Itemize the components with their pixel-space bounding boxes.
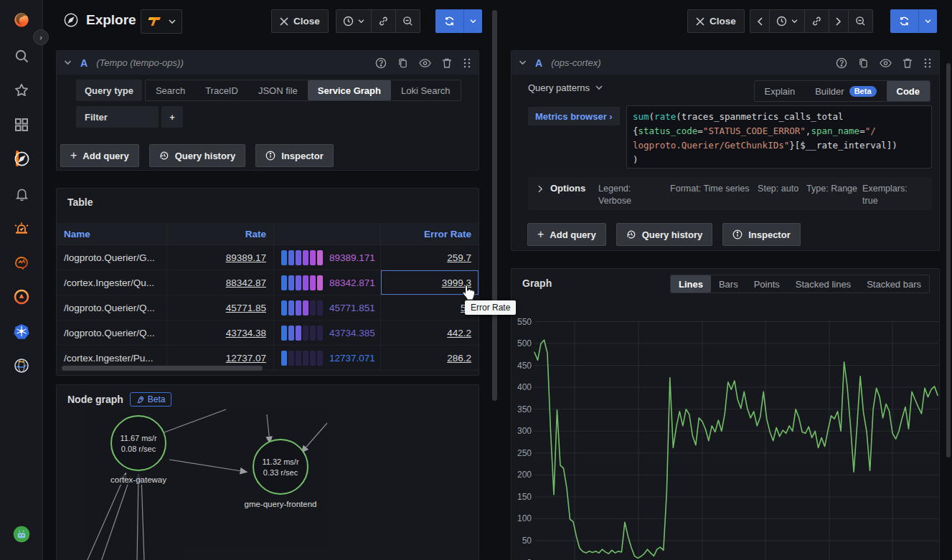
style-points[interactable]: Points — [746, 275, 788, 293]
refresh-button[interactable] — [890, 9, 918, 33]
time-picker-button[interactable] — [336, 10, 371, 32]
node-gme-query-frontend[interactable]: 11.32 ms/r 0.33 r/sec — [253, 439, 308, 495]
zoom-out-button[interactable] — [395, 10, 420, 32]
link-split-button[interactable] — [371, 10, 395, 32]
grafana-logo[interactable] — [12, 10, 31, 29]
shift-time-forward-button[interactable] — [829, 10, 848, 32]
svg-text:350: 350 — [517, 404, 532, 414]
query-ref-id[interactable]: A — [80, 57, 88, 69]
refresh-interval-dropdown[interactable] — [463, 9, 482, 33]
error-rate-link[interactable]: 286.2 — [447, 353, 471, 364]
clock-icon — [343, 16, 354, 27]
tab-json-file[interactable]: JSON file — [248, 80, 308, 100]
mode-builder[interactable]: Builder Beta — [805, 81, 886, 101]
help-icon[interactable] — [375, 57, 387, 69]
shift-time-back-button[interactable] — [750, 10, 769, 32]
inspector-button[interactable]: Inspector — [722, 223, 801, 246]
table-horizontal-scrollbar[interactable] — [62, 366, 263, 371]
promql-editor[interactable]: sum(rate(traces_spanmetrics_calls_total{… — [626, 105, 932, 169]
drag-handle-icon[interactable] — [463, 57, 471, 69]
zoom-out-button[interactable] — [848, 10, 872, 32]
inspector-button[interactable]: Inspector — [255, 144, 334, 167]
close-left-pane-button[interactable]: Close — [271, 9, 329, 33]
user-avatar[interactable] — [12, 525, 31, 544]
add-filter-button[interactable]: + — [161, 106, 183, 128]
query-options-row[interactable]: Options Legend: Verbose Format: Time ser… — [528, 177, 932, 210]
time-controls-right — [750, 9, 873, 33]
kubernetes-icon[interactable] — [12, 322, 31, 341]
rate-link[interactable]: 43734.38 — [226, 328, 266, 338]
remove-query-trash-icon[interactable] — [902, 57, 913, 69]
disable-query-eye-icon[interactable] — [880, 58, 892, 68]
query-history-button[interactable]: Query history — [149, 144, 246, 167]
lcd-gauge — [281, 300, 323, 315]
column-header-name[interactable]: Name — [57, 223, 167, 245]
mode-code[interactable]: Code — [887, 81, 930, 101]
right-pane-scrollbar[interactable] — [946, 63, 951, 457]
rate-link[interactable]: 12737.07 — [226, 353, 266, 364]
irm-siren-icon[interactable] — [12, 219, 31, 237]
lcd-gauge — [281, 351, 323, 366]
remove-query-trash-icon[interactable] — [442, 57, 452, 69]
style-bars[interactable]: Bars — [711, 275, 746, 293]
column-header-gauge[interactable] — [274, 223, 381, 245]
refresh-button[interactable] — [435, 9, 463, 33]
column-header-error-rate[interactable]: Error Rate — [381, 223, 479, 245]
svg-text:400: 400 — [517, 382, 532, 392]
drag-handle-icon[interactable] — [923, 57, 932, 69]
cell-gauge: 43734.385 — [274, 321, 381, 345]
duplicate-query-icon[interactable] — [397, 57, 408, 69]
grafana-explore-split-view: › Explore Close — [0, 0, 952, 560]
synthetic-monitoring-globe-icon[interactable] — [12, 356, 31, 375]
error-rate-link[interactable]: 442.2 — [447, 328, 471, 338]
tab-loki-search[interactable]: Loki Search — [391, 80, 461, 100]
explore-compass-icon[interactable] — [12, 149, 31, 168]
help-icon[interactable] — [836, 57, 847, 69]
column-header-rate[interactable]: Rate — [167, 223, 274, 245]
close-icon — [696, 17, 704, 26]
style-stacked-bars[interactable]: Stacked bars — [859, 275, 929, 293]
tab-service-graph[interactable]: Service Graph — [308, 80, 391, 100]
machine-learning-icon[interactable] — [12, 253, 31, 272]
metrics-browser-button[interactable]: Metrics browser › — [528, 107, 620, 125]
tab-search[interactable]: Search — [146, 80, 195, 100]
rate-link[interactable]: 89389.17 — [226, 252, 266, 263]
tab-traceid[interactable]: TraceID — [195, 80, 248, 100]
left-pane-scrollbar[interactable] — [492, 10, 497, 401]
apps-icon[interactable] — [12, 115, 31, 134]
mouse-pointer-cursor — [461, 284, 476, 301]
link-split-button[interactable] — [804, 10, 829, 32]
style-stacked-lines[interactable]: Stacked lines — [788, 275, 859, 293]
mode-explain[interactable]: Explain — [755, 81, 806, 101]
add-query-button[interactable]: +Add query — [527, 223, 606, 246]
style-lines[interactable]: Lines — [671, 275, 711, 293]
datasource-picker-left[interactable] — [141, 9, 182, 34]
svg-text:550: 550 — [517, 317, 532, 327]
rate-link[interactable]: 88342.87 — [226, 277, 266, 288]
query-history-button[interactable]: Query history — [616, 223, 713, 246]
node-cortex-gateway[interactable]: 11.67 ms/r 0.08 r/sec — [110, 415, 166, 471]
chevron-down-icon — [169, 19, 176, 24]
run-query-left — [435, 9, 482, 33]
add-query-button[interactable]: +Add query — [60, 144, 139, 167]
error-rate-link[interactable]: 259.7 — [447, 252, 471, 263]
lcd-gauge — [281, 275, 323, 290]
query-row-header-right[interactable]: A (ops-cortex) — [512, 51, 939, 75]
disable-query-eye-icon[interactable] — [419, 58, 431, 68]
refresh-interval-dropdown[interactable] — [918, 9, 937, 33]
query-row-header-left[interactable]: A (Tempo (tempo-ops)) — [57, 51, 479, 75]
svg-text:150: 150 — [517, 492, 532, 502]
refresh-icon — [899, 16, 910, 27]
expand-sidebar-button[interactable]: › — [33, 29, 49, 45]
starred-icon[interactable] — [12, 81, 31, 100]
alerting-bell-icon[interactable] — [12, 184, 31, 203]
close-right-pane-button[interactable]: Close — [687, 9, 745, 33]
search-icon[interactable] — [12, 47, 31, 65]
duplicate-query-icon[interactable] — [858, 57, 869, 69]
oncall-icon[interactable] — [12, 288, 31, 306]
query-editor-card-left: A (Tempo (tempo-ops)) Query type Search … — [56, 50, 479, 171]
query-patterns-dropdown[interactable]: Query patterns — [528, 82, 603, 93]
query-ref-id[interactable]: A — [535, 57, 542, 69]
rate-link[interactable]: 45771.85 — [226, 303, 266, 313]
time-picker-button[interactable] — [769, 10, 804, 32]
